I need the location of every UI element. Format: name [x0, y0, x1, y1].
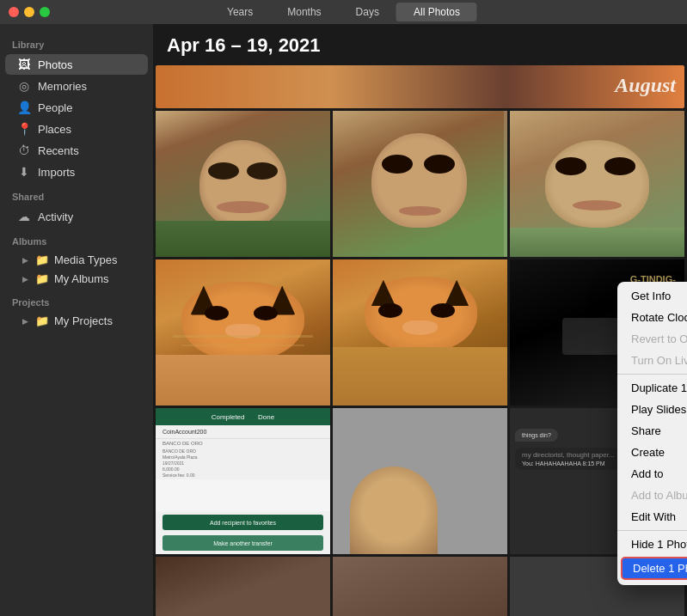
sidebar-label-places: Places: [38, 123, 71, 136]
close-button[interactable]: [9, 7, 19, 17]
baby-photos-row: [153, 111, 687, 257]
ctx-edit-with[interactable]: Edit With ▶: [617, 506, 687, 528]
maximize-button[interactable]: [40, 7, 50, 17]
ctx-share[interactable]: Share ▶: [617, 420, 687, 442]
ctx-add-to[interactable]: Add to ▶: [617, 463, 687, 485]
window-controls: [0, 7, 50, 17]
sidebar-item-photos[interactable]: 🖼 Photos: [5, 54, 148, 75]
shared-section-label: Shared: [0, 183, 153, 205]
sidebar-item-people[interactable]: 👤 People: [5, 97, 148, 118]
imports-icon: ⬇: [17, 165, 31, 179]
sidebar-item-memories[interactable]: ◎ Memories: [5, 76, 148, 96]
ctx-delete[interactable]: Delete 1 Photo: [621, 557, 687, 580]
date-header: Apr 16 – 19, 2021: [153, 24, 687, 65]
ctx-slideshow[interactable]: Play Slideshow: [617, 399, 687, 420]
my-albums-icon: 📁: [35, 272, 49, 285]
ctx-add-to-album: Add to Album: [617, 485, 687, 506]
ctx-hide[interactable]: Hide 1 Photo: [617, 534, 687, 555]
activity-icon: ☁: [17, 210, 31, 223]
sidebar-label-activity: Activity: [38, 210, 73, 223]
photo-cell-chat[interactable]: Completed Done CoinAccount200 BANCO DE O…: [156, 408, 330, 554]
tab-years[interactable]: Years: [210, 3, 270, 21]
chevron-my-albums-icon: ▶: [22, 275, 28, 284]
ctx-revert: Revert to Original: [617, 328, 687, 350]
photo-cell[interactable]: [510, 111, 684, 257]
photo-cell-cat1[interactable]: [156, 259, 330, 406]
photo-cell[interactable]: [156, 111, 330, 257]
ctx-live-photo: Turn On Live Photo: [617, 350, 687, 371]
sidebar-label-my-albums: My Albums: [54, 272, 109, 285]
chevron-my-projects-icon: ▶: [22, 317, 28, 326]
sidebar-item-places[interactable]: 📍 Places: [5, 119, 148, 139]
misc-row: Completed Done CoinAccount200 BANCO DE O…: [153, 408, 687, 554]
people-icon: 👤: [17, 101, 31, 114]
places-icon: 📍: [17, 122, 31, 136]
tab-bar: Years Months Days All Photos: [210, 3, 477, 21]
ctx-separator-1: [617, 374, 687, 375]
photo-cell-partial[interactable]: [333, 408, 507, 554]
photo-cell-cat2-selected[interactable]: [333, 259, 507, 406]
sidebar-label-memories: Memories: [38, 80, 87, 93]
bottom-row: [153, 557, 687, 616]
tab-months[interactable]: Months: [270, 3, 338, 21]
sidebar-item-activity[interactable]: ☁ Activity: [5, 206, 148, 227]
sidebar: Library 🖼 Photos ◎ Memories 👤 People 📍 P…: [0, 24, 153, 616]
projects-section-label: Projects: [0, 289, 153, 311]
sidebar-label-photos: Photos: [38, 58, 72, 71]
titlebar: Years Months Days All Photos: [0, 0, 687, 24]
photo-cell-bottom1[interactable]: [156, 557, 330, 616]
tab-all-photos[interactable]: All Photos: [396, 3, 477, 21]
cats-row: G-TINDIG-: [153, 259, 687, 406]
top-strip-photo[interactable]: August: [156, 65, 684, 108]
sidebar-label-people: People: [38, 101, 72, 114]
sidebar-label-my-projects: My Projects: [54, 314, 113, 327]
sidebar-label-imports: Imports: [38, 166, 75, 179]
minimize-button[interactable]: [24, 7, 34, 17]
tab-days[interactable]: Days: [339, 3, 396, 21]
ctx-create[interactable]: Create ▶: [617, 442, 687, 463]
my-projects-icon: 📁: [35, 314, 49, 327]
ctx-get-info[interactable]: Get Info: [617, 285, 687, 307]
sidebar-label-media-types: Media Types: [54, 253, 117, 266]
memories-icon: ◎: [17, 79, 31, 93]
chevron-media-types-icon: ▶: [22, 256, 28, 265]
sidebar-item-my-projects[interactable]: ▶ 📁 My Projects: [5, 312, 148, 330]
sidebar-item-media-types[interactable]: ▶ 📁 Media Types: [5, 251, 148, 269]
main-layout: Library 🖼 Photos ◎ Memories 👤 People 📍 P…: [0, 24, 687, 616]
sidebar-label-recents: Recents: [38, 144, 79, 157]
photo-content: Apr 16 – 19, 2021 August: [153, 24, 687, 616]
media-types-icon: 📁: [35, 253, 49, 266]
photos-icon: 🖼: [17, 58, 31, 71]
ctx-rotate-cw[interactable]: Rotate Clockwise: [617, 307, 687, 328]
photo-cell-bottom2[interactable]: [333, 557, 507, 616]
ctx-separator-2: [617, 530, 687, 531]
sidebar-item-imports[interactable]: ⬇ Imports: [5, 162, 148, 182]
ctx-duplicate[interactable]: Duplicate 1 Photo: [617, 377, 687, 399]
albums-section-label: Albums: [0, 228, 153, 250]
recents-icon: ⏱: [17, 143, 31, 157]
library-section-label: Library: [0, 31, 153, 53]
context-menu: Get Info Rotate Clockwise Revert to Orig…: [617, 282, 687, 585]
photo-cell[interactable]: [333, 111, 507, 257]
sidebar-item-recents[interactable]: ⏱ Recents: [5, 140, 148, 161]
sidebar-item-my-albums[interactable]: ▶ 📁 My Albums: [5, 270, 148, 288]
